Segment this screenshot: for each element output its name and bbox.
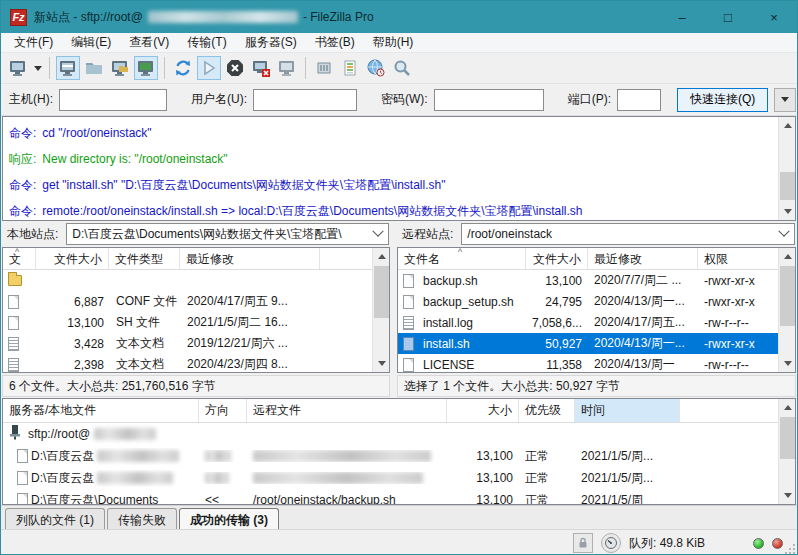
queue-col-time[interactable]: 时间	[575, 399, 680, 422]
synchronized-browsing-icon[interactable]	[364, 56, 388, 80]
tab-failed-transfers[interactable]: 传输失败	[107, 508, 177, 529]
lock-icon[interactable]	[573, 533, 593, 553]
remote-col-modified[interactable]: 最近修改	[588, 248, 698, 269]
remote-col-name[interactable]: ^ 文件名	[398, 248, 526, 269]
maximize-button[interactable]: □	[705, 1, 751, 33]
scroll-up-icon[interactable]	[779, 117, 796, 134]
queue-server-row[interactable]: sftp://root@	[3, 423, 778, 445]
scroll-up-icon[interactable]	[779, 399, 796, 416]
toggle-local-tree-icon[interactable]	[82, 56, 106, 80]
log-label: 命令:	[9, 126, 36, 140]
menu-transfer[interactable]: 传输(T)	[178, 32, 235, 53]
file-modified: 2020/4/17/周五 9...	[181, 293, 321, 310]
remote-col-size[interactable]: 文件大小	[526, 248, 588, 269]
menu-edit[interactable]: 编辑(E)	[62, 32, 120, 53]
quickconnect-button[interactable]: 快速连接(Q)	[677, 88, 768, 112]
local-col-modified[interactable]: 最近修改	[180, 248, 320, 269]
cancel-operation-icon[interactable]	[223, 56, 247, 80]
remote-file-row[interactable]: LICENSE 11,358 2020/4/13/周一 -rw-r--r--	[398, 354, 778, 372]
scroll-down-icon[interactable]	[373, 355, 390, 372]
queue-col-direction[interactable]: 方向	[199, 399, 247, 422]
queue-col-size[interactable]: 大小	[447, 399, 519, 422]
tab-queued-files[interactable]: 列队的文件 (1)	[5, 508, 105, 529]
menu-help[interactable]: 帮助(H)	[364, 32, 423, 53]
minimize-button[interactable]: –	[659, 1, 705, 33]
queue-col-priority[interactable]: 优先级	[519, 399, 575, 422]
local-file-list: ^ 文 文件大小 文件类型 最近修改 6,887 CONF 文件	[2, 247, 390, 373]
remote-file-row[interactable]: backup_setup.sh 24,795 2020/4/13/周一... -…	[398, 291, 778, 312]
file-size: 13,100	[22, 316, 110, 330]
menu-view[interactable]: 查看(V)	[120, 32, 178, 53]
host-input[interactable]	[59, 89, 167, 111]
titlebar: Fz 新站点 - sftp://root@ - FileZilla Pro – …	[1, 1, 797, 33]
local-file-row[interactable]: 2,398 文本文档 2020/4/23/周四 8...	[3, 354, 372, 372]
remote-rows: backup.sh 13,100 2020/7/7/周二 ... -rwxr-x…	[398, 270, 795, 372]
process-queue-icon[interactable]	[197, 56, 221, 80]
disconnect-icon[interactable]	[249, 56, 273, 80]
local-file-row[interactable]	[3, 270, 372, 291]
toggle-transfer-queue-icon[interactable]	[134, 56, 158, 80]
queue-col-local[interactable]: 服务器/本地文件	[3, 399, 199, 422]
local-col-size[interactable]: 文件大小	[36, 248, 109, 269]
local-col-name[interactable]: ^ 文	[3, 248, 36, 269]
site-manager-icon[interactable]	[6, 56, 30, 80]
username-input[interactable]	[253, 89, 357, 111]
port-input[interactable]	[617, 89, 661, 111]
scroll-up-icon[interactable]	[373, 248, 390, 265]
queue-file-row[interactable]: D:\百度云盘 13,100 正常 2021/1/5/周...	[3, 467, 778, 489]
remote-col-perm[interactable]: 权限	[698, 248, 778, 269]
quickconnect-dropdown-icon[interactable]	[774, 88, 796, 112]
scrollbar-thumb[interactable]	[780, 266, 795, 326]
file-size: 2,398	[22, 358, 110, 372]
log-scrollbar[interactable]	[778, 117, 795, 220]
scrollbar-thumb[interactable]	[374, 266, 389, 318]
local-path-combo[interactable]: D:\百度云盘\Documents\网站数据文件夹\宝塔配置\	[66, 223, 389, 245]
scrollbar-thumb[interactable]	[780, 172, 795, 200]
local-file-row[interactable]: 6,887 CONF 文件 2020/4/17/周五 9...	[3, 291, 372, 312]
menu-server[interactable]: 服务器(S)	[236, 32, 306, 53]
queue-scrollbar[interactable]	[778, 399, 795, 504]
tab-successful-transfers[interactable]: 成功的传输 (3)	[179, 508, 279, 529]
resize-grip-icon[interactable]	[783, 542, 795, 554]
queue-col-remote[interactable]: 远程文件	[247, 399, 447, 422]
file-search-icon[interactable]	[390, 56, 414, 80]
file-modified: 2020/4/13/周一...	[588, 335, 698, 352]
reconnect-icon[interactable]	[275, 56, 299, 80]
menu-file[interactable]: 文件(F)	[5, 32, 62, 53]
file-name: install.log	[417, 316, 526, 330]
file-permissions: -rw-r--r--	[698, 358, 778, 372]
remote-path-combo[interactable]: /root/oneinstack	[461, 223, 795, 245]
remote-list-scrollbar[interactable]	[778, 248, 795, 372]
scroll-down-icon[interactable]	[779, 487, 796, 504]
local-list-scrollbar[interactable]	[372, 248, 389, 372]
close-button[interactable]: ×	[751, 1, 797, 33]
queue-size-indicator: 队列: 49.8 KiB	[629, 535, 705, 552]
remote-file-row-selected[interactable]: install.sh 50,927 2020/4/13/周一... -rwxr-…	[398, 333, 778, 354]
toggle-remote-tree-icon[interactable]	[108, 56, 132, 80]
menu-bookmarks[interactable]: 书签(B)	[306, 32, 364, 53]
filter-icon[interactable]	[312, 56, 336, 80]
scrollbar-thumb[interactable]	[780, 417, 795, 459]
scroll-down-icon[interactable]	[779, 203, 796, 220]
queue-file-row[interactable]: D:\百度云盘 13,100 正常 2021/1/5/周...	[3, 445, 778, 467]
local-file-row[interactable]: 13,100 SH 文件 2021/1/5/周二 16...	[3, 312, 372, 333]
remote-sitebar: 远程站点: /root/oneinstack	[396, 221, 797, 247]
chevron-down-icon[interactable]	[778, 226, 789, 237]
local-file-row[interactable]: 3,428 文本文档 2019/12/21/周六 ...	[3, 333, 372, 354]
refresh-icon[interactable]	[171, 56, 195, 80]
remote-file-row[interactable]: install.log 7,058,6... 2020/4/17/周五... -…	[398, 312, 778, 333]
password-input[interactable]	[434, 89, 544, 111]
local-col-type[interactable]: 文件类型	[109, 248, 180, 269]
toggle-message-log-icon[interactable]	[56, 56, 80, 80]
scroll-down-icon[interactable]	[779, 355, 796, 372]
site-manager-dropdown-icon[interactable]	[31, 56, 44, 80]
redacted-path	[97, 450, 179, 462]
file-name: backup_setup.sh	[417, 295, 526, 309]
remote-file-list: ^ 文件名 文件大小 最近修改 权限 backup.sh 13,100 2020…	[397, 247, 796, 373]
chevron-down-icon[interactable]	[372, 226, 383, 237]
remote-file-row[interactable]: backup.sh 13,100 2020/7/7/周二 ... -rwxr-x…	[398, 270, 778, 291]
scroll-up-icon[interactable]	[779, 248, 796, 265]
queue-file-row[interactable]: D:\百度云盘\Documents << /root/oneinstack/ba…	[3, 489, 778, 505]
directory-comparison-icon[interactable]	[338, 56, 362, 80]
speed-limit-gauge-icon[interactable]	[601, 533, 621, 553]
